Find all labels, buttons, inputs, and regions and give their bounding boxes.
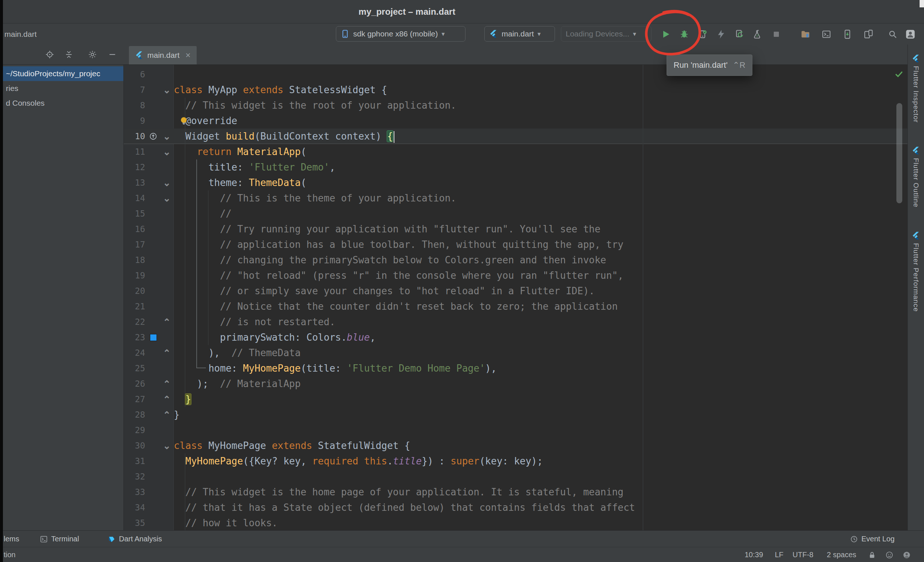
tab-main-dart[interactable]: main.dart × [129,46,196,64]
gutter-row[interactable]: 13⌄ [124,175,174,190]
gutter-row[interactable]: 30⌄ [124,438,174,453]
fold-end-icon[interactable]: ⌃ [161,407,172,423]
hot-reload-button[interactable] [715,28,727,40]
hot-restart-button[interactable] [734,28,746,40]
target-device-selector[interactable]: Loading Devices... ▾ [561,26,651,42]
tab-flutter-outline[interactable]: Flutter Outline [912,146,920,207]
line-number[interactable]: 31 [124,453,145,469]
gutter-row[interactable]: 17 [124,237,174,252]
code-line[interactable]: // [174,206,908,221]
code-line[interactable]: title: 'Flutter Demo', [174,159,908,175]
gutter-row[interactable]: 9 [124,113,174,129]
code-line[interactable]: class MyHomePage extends StatefulWidget … [174,438,908,453]
code-line[interactable]: MyHomePage({Key? key, required this.titl… [174,453,908,469]
line-number[interactable]: 16 [124,221,145,237]
gutter-row[interactable]: 18 [124,252,174,268]
intention-bulb-icon[interactable] [178,115,189,126]
gutter-row[interactable]: 8 [124,97,174,113]
device-selector[interactable]: sdk gphone x86 (mobile) ▾ [336,26,465,42]
indentation[interactable]: 2 spaces [827,547,856,562]
gutter-row[interactable]: 6 [124,67,174,82]
line-number[interactable]: 26 [124,376,145,391]
line-number[interactable]: 30 [124,438,145,453]
caret-position[interactable]: 10:39 [745,547,763,562]
breadcrumb[interactable]: main.dart [4,24,37,45]
code-line[interactable]: home: MyHomePage(title: 'Flutter Demo Ho… [174,361,908,376]
gutter-row[interactable]: 22⌃ [124,314,174,330]
project-tree-item[interactable]: ries [3,81,123,96]
code-line[interactable]: return MaterialApp( [174,144,908,159]
locate-file-icon[interactable] [45,50,54,59]
code-line[interactable]: // changing the primarySwatch below to C… [174,252,908,268]
code-line[interactable]: ); // MaterialApp [174,376,908,391]
gutter-row[interactable]: 7⌄ [124,82,174,97]
code-line[interactable]: // application has a blue toolbar. Then,… [174,237,908,252]
gutter-row[interactable]: 19 [124,268,174,283]
line-ending[interactable]: LF [775,547,783,562]
code-line[interactable]: @override [174,113,908,129]
override-gutter-icon[interactable] [145,132,161,140]
tab-flutter-performance[interactable]: Flutter Performance [912,231,920,312]
line-number[interactable]: 27 [124,391,145,407]
code-line[interactable]: // Try running your application with "fl… [174,221,908,237]
gutter-row[interactable]: 16 [124,221,174,237]
attach-debugger-button[interactable] [697,28,708,40]
code-line[interactable]: primarySwatch: Colors.blue, [174,330,908,345]
line-number[interactable]: 15 [124,206,145,221]
code-line[interactable]: theme: ThemeData( [174,175,908,190]
line-number[interactable]: 33 [124,484,145,500]
line-number[interactable]: 32 [124,469,145,484]
gutter-row[interactable]: 34 [124,500,174,515]
line-number[interactable]: 22 [124,314,145,330]
run-button[interactable] [660,28,672,40]
tool-problems[interactable]: lems [4,531,19,547]
gutter-row[interactable]: 23 [124,330,174,345]
code-line[interactable]: // This widget is the root of your appli… [174,97,908,113]
line-number[interactable]: 23 [124,330,145,345]
line-number[interactable]: 19 [124,268,145,283]
line-number[interactable]: 20 [124,283,145,299]
lock-icon[interactable] [868,547,876,562]
gutter-row[interactable]: 33 [124,484,174,500]
smiley-icon[interactable] [885,547,893,562]
code-line[interactable]: // how it looks. [174,515,908,531]
gutter-row[interactable]: 29 [124,423,174,438]
debug-button[interactable] [678,28,690,40]
tool-dart-analysis[interactable]: Dart Analysis [108,531,162,547]
editor[interactable]: 67⌄8910⌄11⌄1213⌄14⌄1516171819202122⌃2324… [124,65,908,531]
fold-start-icon[interactable]: ⌄ [161,82,172,97]
line-number[interactable]: 11 [124,144,145,159]
fold-start-icon[interactable]: ⌄ [161,190,172,206]
code-line[interactable]: Widget build(BuildContext context) { [174,129,908,144]
profile-avatar-button[interactable] [904,28,916,40]
line-number[interactable]: 12 [124,159,145,175]
encoding[interactable]: UTF-8 [792,547,813,562]
gutter-row[interactable]: 21 [124,299,174,314]
code-line[interactable]: class MyApp extends StatelessWidget { [174,82,908,97]
collapse-all-icon[interactable] [64,50,74,59]
gutter-row[interactable]: 11⌄ [124,144,174,159]
line-number[interactable]: 35 [124,515,145,531]
code-line[interactable] [174,423,908,438]
line-number[interactable]: 10 [124,129,145,144]
code-line[interactable]: // Notice that the counter didn't reset … [174,299,908,314]
line-number[interactable]: 14 [124,190,145,206]
fold-start-icon[interactable]: ⌄ [161,438,172,453]
gutter-row[interactable]: 10⌄ [124,129,174,144]
fold-end-icon[interactable]: ⌃ [161,345,172,361]
close-tab-icon[interactable]: × [186,50,191,60]
color-preview-swatch[interactable] [150,334,157,341]
gutter-row[interactable]: 24⌃ [124,345,174,361]
line-number[interactable]: 24 [124,345,145,361]
line-number[interactable]: 6 [124,67,145,82]
gutter-row[interactable]: 28⌃ [124,407,174,423]
line-number[interactable]: 7 [124,82,145,97]
gutter-row[interactable]: 32 [124,469,174,484]
fold-start-icon[interactable]: ⌄ [161,175,172,190]
hide-panel-icon[interactable] [108,50,117,59]
gutter-row[interactable]: 31 [124,453,174,469]
line-number[interactable]: 28 [124,407,145,423]
scrollbar-thumb[interactable] [896,103,902,203]
line-number[interactable]: 9 [124,113,145,129]
logcat-button[interactable] [842,28,853,40]
